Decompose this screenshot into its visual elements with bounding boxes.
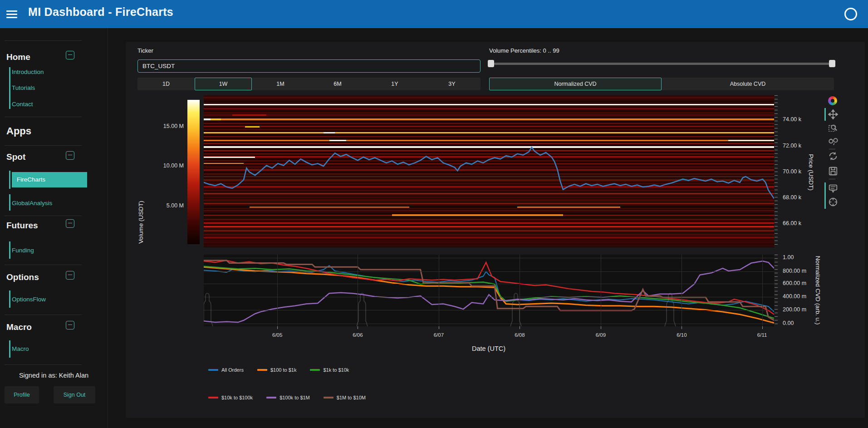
legend-swatch [310, 369, 320, 371]
x-tick-mark [520, 326, 520, 329]
x-tick-mark [682, 326, 682, 329]
legend-label: $1k to $10k [323, 367, 349, 373]
box-zoom-icon[interactable] [828, 123, 838, 133]
sidebar-item-funding[interactable]: Funding [12, 247, 34, 254]
save-icon[interactable] [828, 166, 838, 176]
modebar-active-bar [824, 182, 826, 209]
volume-axis-title: Volume (USDT) [137, 195, 144, 250]
modebar-separator [829, 149, 835, 149]
sidebar-section-home: Home [6, 52, 30, 62]
collapse-spot-button[interactable] [66, 151, 74, 160]
gridline [439, 255, 439, 326]
sidebar-item-optionsflow[interactable]: OptionsFlow [12, 296, 46, 303]
profile-button[interactable]: Profile [5, 386, 39, 403]
slider-track[interactable] [489, 63, 834, 65]
sidebar: Home Introduction Tutorials Contact Apps… [0, 28, 108, 428]
watermark-pawn-icon [356, 291, 368, 326]
x-tick-label: 6/09 [596, 332, 606, 338]
range-button-6m[interactable]: 6M [309, 78, 366, 90]
axis-tick-label: 70.00 k [783, 168, 801, 175]
x-tick-label: 6/10 [677, 332, 687, 338]
volume-percentile-slider[interactable] [489, 59, 834, 68]
apps-heading: Apps [6, 125, 31, 137]
sidebar-item-macro[interactable]: Macro [12, 345, 29, 352]
x-tick-label: 6/06 [353, 332, 363, 338]
gridline [682, 255, 682, 326]
range-button-1w[interactable]: 1W [195, 78, 252, 90]
sidebar-item-globalanalysis[interactable]: GlobalAnalysis [12, 200, 52, 207]
legend-swatch [257, 369, 267, 371]
gridline [204, 324, 774, 324]
legend-label: $100k to $1M [280, 395, 310, 400]
sidebar-section-spot: Spot [6, 152, 25, 162]
collapse-options-button[interactable] [66, 271, 74, 280]
divider [5, 117, 82, 117]
ticker-input[interactable] [137, 59, 481, 73]
app-root: MI Dashboard - FireCharts Home Introduct… [0, 0, 868, 428]
range-button-3y[interactable]: 3Y [423, 78, 481, 90]
gridline [204, 271, 774, 272]
watermark-pawn-icon [510, 291, 522, 326]
collapse-futures-button[interactable] [66, 219, 74, 228]
axis-tick-label: 74.00 k [783, 116, 801, 123]
legend-row: All Orders$100 to $1k$1k to $10k [208, 367, 349, 373]
range-button-1m[interactable]: 1M [252, 78, 309, 90]
legend-item--100k-to-1m[interactable]: $100k to $1M [266, 395, 310, 400]
sign-out-button[interactable]: Sign Out [54, 386, 95, 403]
legend-item-all-orders[interactable]: All Orders [208, 367, 244, 373]
cvd-series-line [204, 266, 774, 319]
legend-item--1k-to-10k[interactable]: $1k to $10k [310, 367, 349, 373]
reset-axes-icon[interactable] [828, 151, 838, 161]
gridline [204, 310, 774, 310]
sidebar-item-firecharts[interactable]: FireCharts [12, 172, 87, 187]
slider-handle-max[interactable] [829, 60, 835, 67]
sidebar-item-tutorials[interactable]: Tutorials [12, 84, 35, 91]
axis-tick-label: 68.00 k [783, 194, 801, 201]
range-button-1d[interactable]: 1D [137, 78, 195, 90]
plotly-logo-icon[interactable] [828, 96, 837, 105]
gridline [204, 258, 774, 258]
x-tick-mark [277, 326, 278, 329]
legend-label: $100 to $1k [270, 367, 297, 373]
legend-item--100-to-1k[interactable]: $100 to $1k [257, 367, 297, 373]
page-title: MI Dashboard - FireCharts [28, 5, 173, 19]
price-axis-minor-ticks [775, 95, 778, 247]
axis-tick-label: 5.00 M [156, 202, 184, 209]
range-button-1y[interactable]: 1Y [366, 78, 423, 90]
collapse-home-button[interactable] [66, 51, 74, 59]
divider [5, 216, 82, 216]
legend-item--1m-to-10m[interactable]: $1M to $10M [324, 395, 366, 400]
avatar-ring-icon[interactable] [844, 8, 857, 20]
sidebar-item-introduction[interactable]: Introduction [12, 69, 44, 75]
active-indicator-bar [9, 340, 10, 358]
hamburger-menu-icon[interactable] [6, 9, 17, 19]
cvd-mode-button-absolute-cvd[interactable]: Absolute CVD [662, 78, 834, 90]
slider-handle-min[interactable] [488, 60, 494, 67]
crosshair-icon[interactable] [828, 197, 838, 207]
sidebar-item-contact[interactable]: Contact [12, 101, 33, 108]
legend-row: $10k to $100k$100k to $1M$1M to $10M [208, 395, 366, 400]
legend-item--10k-to-100k[interactable]: $10k to $100k [208, 395, 253, 400]
watermark-pawn-icon [664, 291, 676, 326]
active-indicator-bar [9, 241, 10, 259]
zoom-in-out-icon[interactable] [828, 137, 838, 147]
pan-icon[interactable] [828, 109, 838, 119]
active-indicator-bar [9, 290, 10, 308]
price-axis-title: Price (USDT) [808, 148, 814, 197]
cvd-mode-button-normalized-cvd[interactable]: Normalized CVD [489, 78, 662, 90]
x-tick-mark [762, 326, 763, 329]
axis-tick-label: 600.00 m [783, 280, 806, 286]
axis-tick-label: 66.00 k [783, 220, 801, 226]
axis-tick-label: 72.00 k [783, 143, 801, 149]
legend-swatch [208, 397, 218, 398]
sidebar-section-options: Options [6, 272, 39, 282]
divider [5, 364, 82, 365]
divider [5, 145, 82, 146]
divider [5, 40, 82, 41]
date-axis-title: Date (UTC) [472, 345, 505, 352]
legend-swatch [208, 369, 218, 371]
collapse-macro-button[interactable] [66, 321, 74, 330]
hover-label-icon[interactable] [828, 183, 838, 193]
cvd-line-plot[interactable] [204, 255, 774, 326]
gridline [762, 255, 763, 326]
